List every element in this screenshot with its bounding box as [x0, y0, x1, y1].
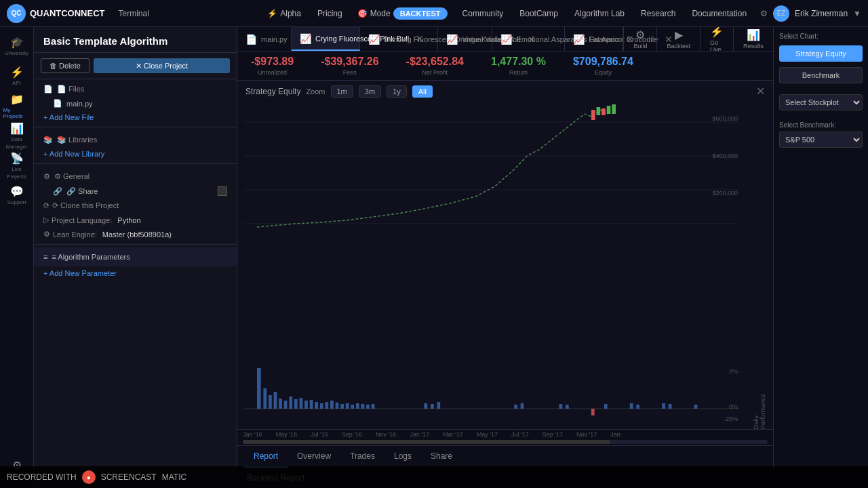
lean-icon: ⚙ [43, 230, 50, 239]
main-py-file[interactable]: 📄 main.py [34, 96, 237, 110]
files-section-header[interactable]: 📄 📄 Files [34, 79, 237, 96]
sidebar-item-myprojects[interactable]: 📁 My Projects [3, 92, 31, 119]
scroll-track[interactable] [237, 439, 773, 445]
tab-overview[interactable]: Overview [288, 446, 340, 468]
svg-rect-35 [437, 402, 440, 409]
libraries-icon: 📚 [43, 136, 53, 144]
svg-rect-23 [325, 402, 328, 409]
svg-rect-22 [320, 403, 323, 409]
general-section-header[interactable]: ⚙ ⚙ General [34, 167, 237, 184]
tab-logs[interactable]: Logs [384, 446, 421, 468]
stat-return: 1,477.30 % Return [491, 56, 546, 76]
tab-report[interactable]: Report [244, 446, 288, 468]
add-library-link[interactable]: + Add New Library [34, 147, 237, 161]
sidebar-item-data[interactable]: 📊 Data Manager [3, 122, 31, 149]
nav-algorithmlab[interactable]: Algorithm Lab [568, 6, 631, 21]
scroll-bar[interactable] [243, 440, 768, 444]
sidebar-item-university[interactable]: 🎓 University [3, 33, 31, 60]
zoom-1m[interactable]: 1m [331, 85, 353, 98]
terminal-link[interactable]: Terminal [119, 9, 149, 18]
results-icon: 📊 [747, 28, 760, 41]
clone-row[interactable]: ⟳ ⟳ Clone this Project [34, 199, 237, 213]
tab-backtest1[interactable]: 📈 Crying Fluorescent Pink Bull ✕ [292, 27, 360, 51]
project-panel: Basic Template Algorithm 🗑 Delete ✕ Clos… [34, 27, 237, 488]
select-stockplot[interactable]: Select Stockplot [779, 94, 863, 110]
svg-rect-17 [294, 399, 298, 409]
nav-alpha[interactable]: ⚡ Alpha [260, 6, 308, 21]
chart-close-button[interactable]: ✕ [756, 85, 765, 98]
tl-mar17: Mar '17 [443, 431, 463, 438]
y-label-600k: $600,000 [712, 115, 738, 122]
svg-rect-28 [351, 405, 354, 409]
stat-value-fees: -$39,367.26 [321, 56, 378, 68]
nav-mode[interactable]: 🎯 Mode BACKTEST [352, 5, 453, 22]
stat-value-unrealized: -$973.89 [251, 56, 294, 68]
svg-rect-31 [366, 405, 370, 409]
delete-button[interactable]: 🗑 Delete [41, 58, 90, 73]
zoom-3m[interactable]: 3m [359, 85, 381, 98]
sidebar-item-support[interactable]: 💬 Support [3, 182, 31, 209]
svg-rect-32 [372, 404, 375, 409]
stat-label-return: Return [509, 69, 528, 76]
tab-backtest5[interactable]: 📈 Fat Apricot Crocodile ✕ [565, 27, 623, 51]
select-benchmark[interactable]: S&P 500 [779, 131, 863, 148]
backtest4-icon: 📈 [500, 34, 512, 45]
share-item[interactable]: 🔗 🔗 Share [34, 184, 237, 199]
zoom-1y[interactable]: 1y [387, 85, 407, 98]
zoom-all[interactable]: All [412, 85, 433, 98]
stat-netprofit: -$23,652.84 Net Profit [406, 56, 464, 76]
strategy-equity-button[interactable]: Strategy Equity [779, 45, 863, 62]
stat-label-equity: Equity [595, 69, 612, 76]
svg-rect-20 [310, 400, 313, 409]
settings-icon[interactable]: ⚙ [760, 9, 768, 18]
user-section: ⚙ EZ Erik Zimerman ▼ [760, 5, 861, 22]
tab-trades[interactable]: Trades [340, 446, 384, 468]
user-name[interactable]: Erik Zimerman [795, 9, 848, 18]
svg-rect-42 [636, 405, 639, 409]
sidebar-item-api[interactable]: ⚡ API [3, 62, 31, 89]
tab-backtest3[interactable]: 📈 Virtual Violet Wolf ✕ [438, 27, 492, 51]
screencast-button: ● [82, 470, 96, 484]
benchmark-button[interactable]: Benchmark [779, 67, 863, 83]
select-stockplot-wrapper: Select Stockplot [779, 94, 863, 110]
tab-mainpy[interactable]: 📄 main.py [237, 27, 292, 51]
stat-value-return: 1,477.30 % [491, 56, 546, 68]
build-button[interactable]: ⚙ Build [623, 27, 656, 52]
golive-button[interactable]: ⚡ Go Live [700, 27, 733, 52]
clone-icon: ⟳ [43, 201, 50, 210]
data-icon: 📊 [10, 122, 24, 135]
libraries-section-header[interactable]: 📚 📚 Libraries [34, 130, 237, 147]
svg-rect-7 [607, 106, 611, 114]
svg-rect-13 [274, 392, 277, 409]
nav-community[interactable]: Community [456, 6, 511, 21]
tab-share[interactable]: Share [421, 446, 462, 468]
nav-research[interactable]: Research [634, 6, 682, 21]
svg-rect-11 [263, 388, 267, 409]
volume-chart [244, 361, 739, 422]
stat-unrealized: -$973.89 Unrealized [251, 56, 294, 76]
algo-params-header[interactable]: ≡ ≡ Algorithm Parameters [34, 247, 237, 266]
nav-pricing[interactable]: Pricing [311, 6, 349, 21]
tab-backtest2[interactable]: 📈 Dancing Fluorescent Orange Koala ✕ [360, 27, 438, 51]
add-param-link[interactable]: + Add New Parameter [34, 266, 237, 280]
svg-rect-5 [597, 107, 601, 115]
logo[interactable]: QC QUANTCONNECT [7, 4, 105, 23]
results-button[interactable]: 📊 Results [733, 27, 773, 52]
svg-rect-43 [662, 403, 665, 409]
add-file-link[interactable]: + Add New File [34, 110, 237, 124]
api-icon: ⚡ [10, 66, 24, 79]
nav-documentation[interactable]: Documentation [685, 6, 753, 21]
scroll-thumb[interactable] [243, 440, 610, 444]
daily-perf-label: Daily Performance [753, 382, 766, 429]
chart-header: Strategy Equity Zoom 1m 3m 1y All ✕ [237, 81, 773, 102]
share-checkbox[interactable] [218, 186, 227, 196]
sidebar-item-live[interactable]: 📡 Live Projects [3, 152, 31, 179]
svg-rect-12 [269, 395, 272, 409]
file-icon: 📄 [53, 99, 62, 108]
tab-backtest4[interactable]: 📈 Emotional Asparagus Guanaco ✕ [492, 27, 565, 51]
svg-rect-29 [356, 403, 359, 409]
backtest-pill[interactable]: BACKTEST [393, 7, 448, 20]
backtest-button[interactable]: ▶ Backtest [656, 27, 700, 52]
close-project-button[interactable]: ✕ Close Project [94, 58, 230, 73]
nav-bootcamp[interactable]: BootCamp [513, 6, 565, 21]
